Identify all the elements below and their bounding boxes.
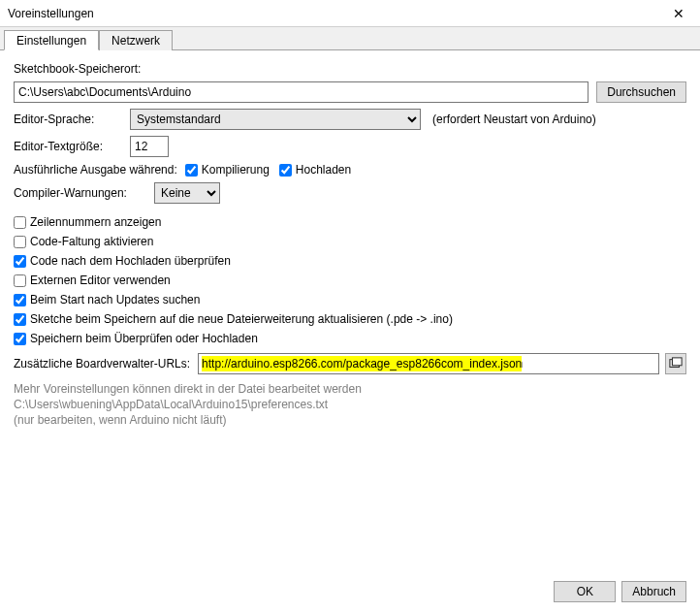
tab-settings[interactable]: Einstellungen <box>4 30 99 50</box>
save-on-verify-checkbox[interactable] <box>14 333 26 345</box>
verbose-label: Ausführliche Ausgabe während: <box>14 163 177 177</box>
font-size-input[interactable] <box>130 136 169 157</box>
boards-urls-label: Zusätzliche Boardverwalter-URLs: <box>14 357 190 370</box>
tabs: Einstellungen Netzwerk <box>0 27 700 50</box>
update-ext-checkbox[interactable] <box>14 313 26 326</box>
window-icon <box>669 357 683 370</box>
check-updates-label: Beim Start nach Updates suchen <box>30 293 200 306</box>
check-updates-checkbox[interactable] <box>14 294 26 306</box>
footer: OK Abbruch <box>554 581 686 602</box>
note-line2: C:\Users\wbuening\AppData\Local\Arduino1… <box>14 398 686 411</box>
verify-after-upload-label: Code nach dem Hochladen überprüfen <box>30 254 231 268</box>
font-size-label: Editor-Textgröße: <box>14 140 130 153</box>
sketchbook-label: Sketchbook-Speicherort: <box>14 62 141 76</box>
verbose-upload-checkbox[interactable] <box>279 164 292 177</box>
window-title: Voreinstellungen <box>8 7 665 20</box>
line-numbers-label: Zeilennummern anzeigen <box>30 215 161 229</box>
sketchbook-path-input[interactable] <box>14 81 589 103</box>
code-folding-label: Code-Faltung aktivieren <box>30 235 153 248</box>
browse-button[interactable]: Durchsuchen <box>596 81 686 103</box>
code-folding-checkbox[interactable] <box>14 236 26 248</box>
editor-lang-label: Editor-Sprache: <box>14 113 130 126</box>
tab-network[interactable]: Netzwerk <box>99 30 173 50</box>
close-icon[interactable]: ✕ <box>665 4 692 23</box>
warnings-select[interactable]: Keine <box>154 182 220 204</box>
ok-button[interactable]: OK <box>554 581 616 602</box>
note-line3: (nur bearbeiten, wenn Arduino nicht läuf… <box>14 413 686 427</box>
expand-urls-button[interactable] <box>665 353 686 374</box>
external-editor-label: Externen Editor verwenden <box>30 274 171 287</box>
boards-urls-input[interactable] <box>198 353 659 374</box>
line-numbers-checkbox[interactable] <box>14 216 26 229</box>
verbose-upload-label: Hochladen <box>296 163 351 177</box>
content: Sketchbook-Speicherort: Durchsuchen Edit… <box>0 50 700 438</box>
note-line1: Mehr Voreinstellungen können direkt in d… <box>14 382 686 396</box>
save-on-verify-label: Speichern beim Überprüfen oder Hochladen <box>30 332 258 345</box>
verbose-compile-checkbox[interactable] <box>185 164 198 177</box>
svg-rect-1 <box>673 358 683 366</box>
verbose-compile-label: Kompilierung <box>202 163 270 177</box>
cancel-button[interactable]: Abbruch <box>621 581 686 602</box>
external-editor-checkbox[interactable] <box>14 274 26 287</box>
update-ext-label: Sketche beim Speichern auf die neue Date… <box>30 312 453 326</box>
verify-after-upload-checkbox[interactable] <box>14 255 26 268</box>
editor-lang-hint: (erfordert Neustart von Arduino) <box>432 113 596 126</box>
titlebar: Voreinstellungen ✕ <box>0 0 700 27</box>
warnings-label: Compiler-Warnungen: <box>14 186 154 200</box>
editor-lang-select[interactable]: Systemstandard <box>130 109 421 130</box>
